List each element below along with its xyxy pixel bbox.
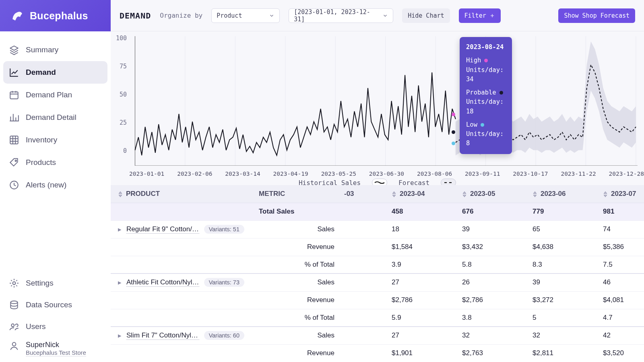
col-2023-05[interactable]: 2023-05 (455, 185, 525, 203)
table-cell: 676 (455, 203, 525, 220)
nav-main: Summary Demand Demand Plan Demand Detail… (0, 31, 111, 272)
sidebar: Bucephalus Summary Demand Demand Plan De… (0, 0, 111, 362)
user-icon (9, 341, 19, 351)
table-cell: 5.9 (384, 309, 455, 327)
x-tick: 2023-12-28 (609, 171, 644, 177)
sidebar-item-summary[interactable]: Summary (3, 39, 107, 61)
svg-point-2 (15, 160, 17, 161)
col-product[interactable]: PRODUCT (111, 185, 252, 203)
plus-icon (489, 13, 495, 19)
svg-rect-1 (10, 136, 18, 144)
table-cell-product: ▸Athletic Fit Cotton/Nylon…Variants: 73 (111, 274, 252, 291)
col-2023-04[interactable]: 2023-04 (384, 185, 455, 203)
sidebar-item-alerts[interactable]: Alerts (new) (3, 174, 107, 196)
table-cell-product: ▸Slim Fit 7" Cotton/Nylon …Variants: 60 (111, 327, 252, 344)
organize-label: Organize by (160, 12, 202, 19)
filter-button[interactable]: Filter (459, 8, 501, 23)
table-cell: 981 (596, 203, 644, 220)
table-cell: 32 (455, 327, 525, 344)
x-tick: 2023-10-17 (513, 171, 548, 177)
table-cell: 65 (525, 220, 596, 238)
dot-icon (500, 91, 503, 95)
svg-point-5 (10, 301, 17, 304)
chart-panel: 100 75 50 25 0 2023-01-01 2023-02-06 202… (111, 31, 644, 184)
x-ticks: 2023-01-01 2023-02-06 2023-03-14 2023-04… (129, 171, 644, 177)
show-shop-forecast-button[interactable]: Show Shop Forecast (558, 8, 635, 23)
sidebar-item-demand[interactable]: Demand (3, 61, 107, 84)
x-tick: 2023-05-25 (321, 171, 356, 177)
table-cell: 3.9 (384, 256, 455, 274)
table-cell: $1,584 (384, 238, 455, 256)
hover-marker-high (452, 113, 455, 116)
clock-icon (9, 180, 19, 190)
total-sales-label: Total Sales (252, 203, 344, 220)
chevron-down-icon (382, 13, 388, 19)
demand-chart[interactable] (123, 36, 638, 166)
table-cell: 8.3 (525, 256, 596, 274)
organize-select[interactable]: Product (211, 8, 280, 23)
product-name-link[interactable]: Slim Fit 7" Cotton/Nylon … (126, 331, 199, 340)
gear-icon (9, 278, 19, 288)
sidebar-item-label: Demand Plan (26, 90, 72, 99)
metric-label: % of Total (252, 309, 344, 327)
table-cell: 39 (455, 220, 525, 238)
table-cell: 26 (455, 274, 525, 291)
table-cell: 39 (525, 274, 596, 291)
col-2023-06[interactable]: 2023-06 (525, 185, 596, 203)
sidebar-item-label: Products (26, 158, 56, 167)
col-metric[interactable]: METRIC (252, 185, 344, 203)
x-tick: 2023-08-06 (417, 171, 452, 177)
sidebar-item-data-sources[interactable]: Data Sources (3, 294, 107, 316)
product-name-link[interactable]: Athletic Fit Cotton/Nylon… (126, 278, 199, 287)
line-chart-icon (9, 67, 19, 78)
table-cell: $1,901 (384, 344, 455, 362)
hide-chart-button[interactable]: Hide Chart (402, 8, 450, 23)
table-cell: 32 (525, 327, 596, 344)
y-tick: 25 (111, 119, 127, 126)
brand-logo-icon (10, 9, 24, 23)
sidebar-item-label: Demand Detail (26, 113, 76, 122)
sort-icon (392, 191, 396, 197)
daterange-select[interactable]: [2023-01-01, 2023-12-31] (289, 8, 393, 23)
col-2023-07[interactable]: 2023-07 (596, 185, 644, 203)
sidebar-item-users[interactable]: Users (3, 316, 107, 337)
col-03[interactable]: -03 (344, 185, 384, 203)
sidebar-item-demand-detail[interactable]: Demand Detail (3, 106, 107, 129)
hover-marker-low (452, 142, 455, 145)
sidebar-item-demand-plan[interactable]: Demand Plan (3, 84, 107, 106)
sidebar-item-inventory[interactable]: Inventory (3, 129, 107, 151)
sidebar-item-products[interactable]: Products (3, 151, 107, 174)
brand: Bucephalus (0, 0, 111, 31)
tag-icon (9, 157, 19, 168)
variants-chip: Variants: 51 (204, 225, 244, 234)
y-tick: 75 (111, 63, 127, 70)
metric-label: Sales (252, 220, 344, 238)
user-block[interactable]: SuperNick Bucephalus Test Store (3, 337, 107, 356)
tooltip-low-units: Units/day: 8 (466, 130, 506, 148)
tooltip-prob-label: Probable (466, 88, 496, 97)
x-tick: 2023-01-01 (129, 171, 164, 177)
x-tick: 2023-06-30 (369, 171, 404, 177)
dot-icon (484, 59, 488, 62)
x-tick: 2023-11-22 (561, 171, 596, 177)
svg-point-7 (12, 342, 16, 346)
x-tick: 2023-04-19 (273, 171, 308, 177)
sort-icon (118, 191, 123, 197)
table-cell: 458 (384, 203, 455, 220)
sidebar-item-label: Inventory (26, 136, 57, 144)
table-cell: $4,081 (596, 291, 644, 309)
y-tick: 100 (111, 35, 127, 42)
table-cell: 74 (596, 220, 644, 238)
tooltip-date: 2023-08-24 (466, 43, 506, 52)
sidebar-item-settings[interactable]: Settings (3, 272, 107, 294)
sort-icon (603, 191, 608, 197)
metric-label: Sales (252, 274, 344, 291)
table-cell: 4.7 (596, 309, 644, 327)
table-cell: 27 (384, 327, 455, 344)
table-cell: 18 (384, 220, 455, 238)
variants-chip: Variants: 60 (204, 331, 244, 340)
table-cell: 7.5 (596, 256, 644, 274)
metric-label: % of Total (252, 256, 344, 274)
table-cell-product: ▸Regular Fit 9" Cotton/Nyl…Variants: 51 (111, 220, 252, 238)
product-name-link[interactable]: Regular Fit 9" Cotton/Nyl… (126, 225, 199, 234)
